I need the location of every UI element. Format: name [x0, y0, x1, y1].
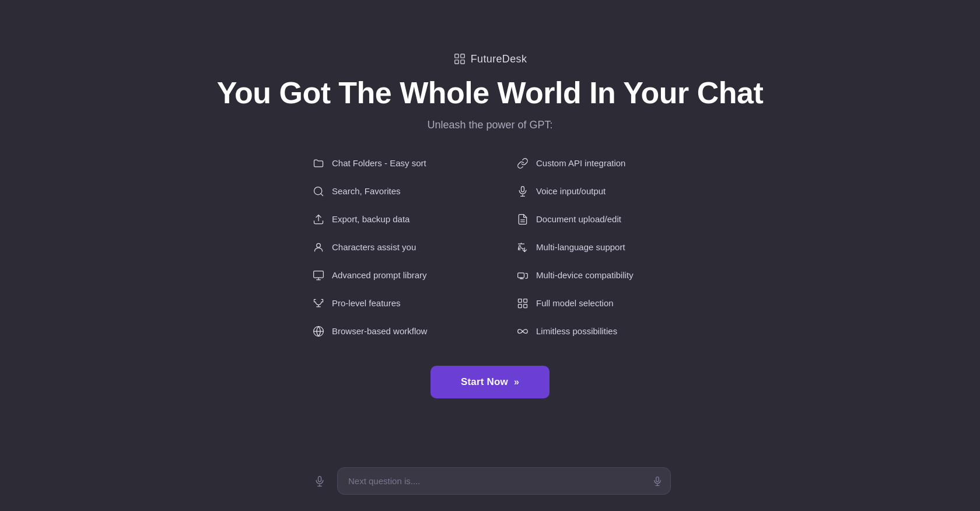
- feature-limitless-label: Limitless possibilities: [536, 326, 617, 336]
- feature-multidevice-label: Multi-device compatibility: [536, 270, 634, 280]
- svg-rect-12: [314, 271, 324, 278]
- feature-search-favorites-label: Search, Favorites: [332, 186, 401, 196]
- features-grid: Chat Folders - Easy sort Custom API inte…: [312, 157, 668, 338]
- document-icon: [516, 213, 529, 226]
- svg-rect-2: [454, 60, 458, 64]
- feature-browser-workflow-label: Browser-based workflow: [332, 326, 427, 336]
- logo-row: FutureDesk: [453, 52, 527, 65]
- svg-rect-1: [461, 54, 464, 58]
- translate-icon: [516, 241, 529, 254]
- feature-prompt-library: Advanced prompt library: [312, 269, 464, 282]
- link-icon: [516, 157, 529, 170]
- bottom-input-bar: [309, 467, 671, 495]
- futuredesk-logo-icon: [453, 52, 466, 65]
- svg-rect-3: [461, 60, 464, 64]
- feature-characters-label: Characters assist you: [332, 242, 416, 252]
- mic-icon: [516, 185, 529, 198]
- feature-search-favorites: Search, Favorites: [312, 185, 464, 198]
- search-icon: [312, 185, 325, 198]
- main-content: FutureDesk You Got The Whole World In Yo…: [0, 52, 980, 398]
- feature-prompt-library-label: Advanced prompt library: [332, 270, 427, 280]
- feature-model-selection-label: Full model selection: [536, 298, 614, 308]
- svg-point-11: [317, 243, 321, 247]
- svg-rect-0: [454, 54, 458, 58]
- feature-multilang-label: Multi-language support: [536, 242, 625, 252]
- svg-rect-16: [519, 304, 522, 307]
- folder-icon: [312, 157, 325, 170]
- svg-rect-17: [524, 304, 527, 307]
- chat-input-wrapper: [337, 467, 671, 495]
- feature-voice-io: Voice input/output: [516, 185, 668, 198]
- chat-input[interactable]: [337, 467, 671, 495]
- feature-model-selection: Full model selection: [516, 297, 668, 310]
- feature-multidevice: Multi-device compatibility: [516, 269, 668, 282]
- chevron-right-icon: »: [514, 377, 519, 387]
- devices-icon: [516, 269, 529, 282]
- mic-right-icon[interactable]: [652, 476, 663, 487]
- upload-icon: [312, 213, 325, 226]
- infinite-icon: [516, 325, 529, 338]
- feature-chat-folders-label: Chat Folders - Easy sort: [332, 158, 426, 168]
- mic-left-icon[interactable]: [309, 471, 330, 492]
- svg-rect-5: [522, 186, 524, 191]
- feature-export-backup-label: Export, backup data: [332, 214, 410, 224]
- svg-rect-13: [518, 273, 524, 278]
- feature-document-upload: Document upload/edit: [516, 213, 668, 226]
- brand-name: FutureDesk: [471, 53, 527, 65]
- feature-voice-io-label: Voice input/output: [536, 186, 606, 196]
- svg-rect-14: [519, 299, 522, 302]
- feature-export-backup: Export, backup data: [312, 213, 464, 226]
- feature-pro-features: Pro-level features: [312, 297, 464, 310]
- svg-rect-19: [318, 476, 321, 481]
- monitor-icon: [312, 269, 325, 282]
- page-subheadline: Unleash the power of GPT:: [427, 119, 552, 131]
- grid-icon: [516, 297, 529, 310]
- feature-document-upload-label: Document upload/edit: [536, 214, 621, 224]
- feature-browser-workflow: Browser-based workflow: [312, 325, 464, 338]
- feature-chat-folders: Chat Folders - Easy sort: [312, 157, 464, 170]
- globe-icon: [312, 325, 325, 338]
- start-now-label: Start Now: [461, 376, 508, 388]
- svg-rect-22: [656, 477, 659, 481]
- start-now-button[interactable]: Start Now »: [430, 366, 550, 398]
- feature-custom-api: Custom API integration: [516, 157, 668, 170]
- user-icon: [312, 241, 325, 254]
- page-headline: You Got The Whole World In Your Chat: [217, 76, 763, 111]
- feature-custom-api-label: Custom API integration: [536, 158, 625, 168]
- feature-multilang: Multi-language support: [516, 241, 668, 254]
- feature-characters: Characters assist you: [312, 241, 464, 254]
- feature-pro-features-label: Pro-level features: [332, 298, 401, 308]
- feature-limitless: Limitless possibilities: [516, 325, 668, 338]
- svg-rect-15: [524, 299, 527, 302]
- trophy-icon: [312, 297, 325, 310]
